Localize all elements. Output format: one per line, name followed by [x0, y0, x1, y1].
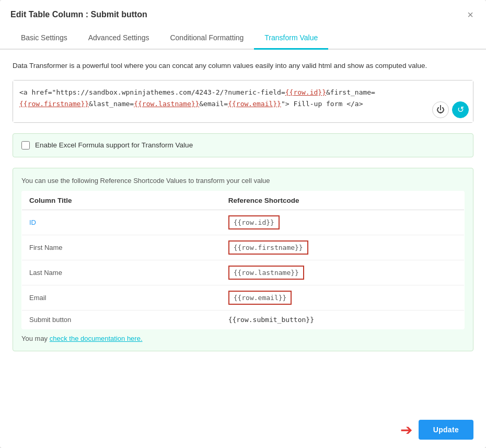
update-button[interactable]: Update — [419, 420, 473, 440]
code-area-wrapper: <a href="https://sandbox.wpninjathemes.c… — [13, 80, 473, 123]
modal-body: Data Transformer is a powerful tool wher… — [0, 50, 486, 411]
edit-column-modal: Edit Table Column : Submit button × Basi… — [0, 0, 486, 448]
doc-link[interactable]: check the documentation here. — [50, 335, 143, 342]
submit-shortcode-value: {{row.submit_button}} — [228, 316, 314, 324]
power-button[interactable]: ⏻ — [432, 101, 449, 118]
table-row: ID {{row.id}} — [22, 210, 465, 235]
update-action-group: ➔ Update — [400, 420, 473, 440]
row-shortcode-lastname: {{row.lastname}} — [221, 260, 465, 285]
row-title-id: ID — [22, 210, 221, 235]
tab-transform[interactable]: Transform Value — [254, 27, 328, 50]
tab-advanced[interactable]: Advanced Settings — [78, 27, 160, 50]
code-display: <a href="https://sandbox.wpninjathemes.c… — [13, 81, 473, 122]
row-lastname-ref: {{row.lastname}} — [134, 100, 199, 108]
row-shortcode-id: {{row.id}} — [221, 210, 465, 235]
modal-title: Edit Table Column : Submit button — [10, 10, 147, 19]
row-shortcode-firstname: {{row.firstname}} — [221, 235, 465, 260]
refresh-button[interactable]: ↺ — [452, 101, 469, 118]
excel-formula-label: Enable Excel Formula support for Transfo… — [35, 141, 193, 149]
table-row: Last Name {{row.lastname}} — [22, 260, 465, 285]
modal-header: Edit Table Column : Submit button × — [0, 0, 486, 22]
row-id-ref: {{row.id}} — [285, 88, 326, 96]
doc-link-text: You may check the documentation here. — [21, 335, 465, 342]
tab-basic[interactable]: Basic Settings — [10, 27, 78, 50]
modal-footer: ➔ Update — [0, 411, 486, 448]
table-row: Submit button {{row.submit_button}} — [22, 310, 465, 329]
shortcode-description: You can use the following Reference Shor… — [21, 177, 465, 185]
row-firstname-ref: {{row.firstname}} — [19, 100, 89, 108]
arrow-right-icon: ➔ — [400, 421, 412, 439]
transform-description: Data Transformer is a powerful tool wher… — [13, 60, 473, 72]
close-button[interactable]: × — [465, 7, 476, 22]
shortcode-section: You can use the following Reference Shor… — [13, 168, 473, 351]
row-shortcode-submit: {{row.submit_button}} — [221, 310, 465, 329]
excel-formula-checkbox[interactable] — [21, 141, 30, 150]
tab-conditional[interactable]: Conditional Formatting — [159, 27, 254, 50]
row-title-submit: Submit button — [22, 310, 221, 329]
table-row: Email {{row.email}} — [22, 285, 465, 310]
row-shortcode-email: {{row.email}} — [221, 285, 465, 310]
excel-formula-section: Enable Excel Formula support for Transfo… — [13, 133, 473, 157]
row-title-firstname: First Name — [22, 235, 221, 260]
table-row: First Name {{row.firstname}} — [22, 235, 465, 260]
row-title-lastname: Last Name — [22, 260, 221, 285]
shortcode-table: Column Title Reference Shortcode ID {{ro… — [21, 191, 465, 329]
table-header: Column Title Reference Shortcode — [22, 191, 465, 210]
row-title-email: Email — [22, 285, 221, 310]
table-body: ID {{row.id}} First Name {{row.firstname… — [22, 210, 465, 329]
row-email-ref: {{row.email}} — [228, 100, 281, 108]
code-area-actions: ⏻ ↺ — [432, 101, 469, 118]
tab-bar: Basic Settings Advanced Settings Conditi… — [0, 27, 486, 50]
shortcode-header: Reference Shortcode — [221, 191, 465, 210]
column-title-header: Column Title — [22, 191, 221, 210]
